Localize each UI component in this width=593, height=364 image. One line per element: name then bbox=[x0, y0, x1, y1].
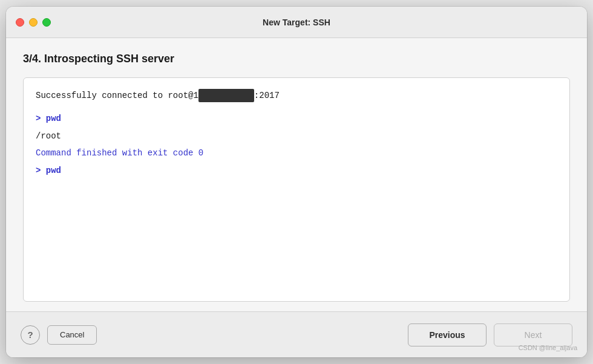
terminal-output: Successfully connected to root@1 :2017 >… bbox=[23, 77, 570, 302]
success-line: Command finished with exit code 0 bbox=[36, 146, 557, 160]
maximize-button[interactable] bbox=[42, 18, 51, 27]
main-window: New Target: SSH 3/4. Introspecting SSH s… bbox=[6, 7, 587, 357]
prompt-line-2: > pwd bbox=[36, 164, 557, 177]
output-line-1: /root bbox=[36, 129, 557, 143]
next-button[interactable]: Next bbox=[494, 323, 572, 346]
step-title: 3/4. Introspecting SSH server bbox=[23, 53, 570, 65]
titlebar: New Target: SSH bbox=[6, 7, 587, 38]
redacted-text bbox=[198, 89, 254, 102]
connected-line: Successfully connected to root@1 :2017 bbox=[36, 89, 557, 102]
close-button[interactable] bbox=[16, 18, 24, 27]
minimize-button[interactable] bbox=[29, 18, 38, 27]
watermark: CSDN @line_aijava bbox=[519, 344, 577, 351]
main-content: 3/4. Introspecting SSH server Successful… bbox=[6, 38, 587, 311]
footer-left: ? Cancel bbox=[21, 325, 97, 345]
cancel-button[interactable]: Cancel bbox=[47, 325, 97, 345]
window-title: New Target: SSH bbox=[263, 18, 330, 27]
prompt-line-1: > pwd bbox=[36, 112, 557, 125]
traffic-lights bbox=[16, 18, 51, 27]
previous-button[interactable]: Previous bbox=[408, 323, 487, 346]
help-button[interactable]: ? bbox=[21, 325, 40, 345]
footer: ? Cancel Previous Next CSDN @line_aijava bbox=[6, 311, 587, 357]
footer-right: Previous Next bbox=[408, 323, 572, 346]
